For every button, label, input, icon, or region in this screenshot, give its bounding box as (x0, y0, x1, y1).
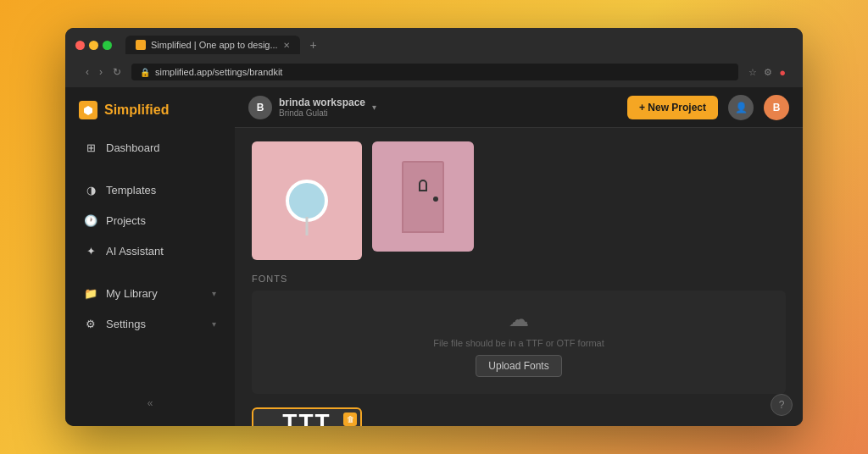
tab-title: Simplified | One app to desig... (151, 40, 278, 50)
library-icon: 📁 (84, 286, 97, 300)
brandkit-content: FONTS ☁ File file should be in a TTF or … (235, 128, 803, 426)
browser-chrome: Simplified | One app to desig... ✕ + ‹ ›… (65, 28, 803, 87)
lollipop-graphic (286, 180, 328, 222)
tab-favicon (136, 40, 146, 50)
workspace-info: brinda workspace Brinda Gulati (279, 97, 365, 118)
browser-window: Simplified | One app to desig... ✕ + ‹ ›… (65, 28, 803, 426)
sidebar-item-templates[interactable]: ◑ Templates (70, 175, 230, 204)
browser-top-bar: Simplified | One app to desig... ✕ + (75, 35, 793, 55)
main-content: FONTS ☁ File file should be in a TTF or … (235, 128, 803, 426)
brand-image-lollipop (252, 141, 362, 260)
minimize-dot[interactable] (89, 41, 98, 50)
brand-images-row (252, 141, 786, 260)
logo-text: Simplified (104, 102, 169, 118)
fonts-section-label: FONTS (252, 274, 786, 284)
sidebar: Simplified ⊞ Dashboard ◑ Templates 🕐 Pro… (65, 87, 235, 426)
lock-icon: 🔒 (140, 68, 150, 77)
close-dot[interactable] (75, 41, 85, 50)
tab-close-btn[interactable]: ✕ (283, 41, 290, 50)
workspace-selector[interactable]: B brinda workspace Brinda Gulati ▾ (248, 96, 376, 119)
upload-cloud-icon: ☁ (509, 307, 529, 331)
sidebar-item-label: Projects (106, 214, 146, 227)
address-bar-actions: ☆ ⚙ ● (748, 66, 786, 79)
chevron-down-icon: ▾ (212, 289, 216, 298)
logo-icon (79, 101, 97, 119)
sidebar-item-projects[interactable]: 🕐 Projects (70, 206, 230, 235)
sidebar-item-my-library[interactable]: 📁 My Library ▾ (70, 279, 230, 307)
tab-bar: Simplified | One app to desig... ✕ + (125, 35, 324, 55)
dashboard-icon: ⊞ (84, 141, 97, 154)
sidebar-item-dashboard[interactable]: ⊞ Dashboard (70, 133, 230, 162)
refresh-button[interactable]: ↻ (109, 64, 125, 80)
ttt-label: TTT (282, 409, 331, 426)
settings-icon: ⚙ (84, 317, 97, 330)
workspace-name: brinda workspace (279, 97, 365, 108)
sidebar-item-ai-assistant[interactable]: ✦ AI Assistant (70, 236, 230, 265)
url-text: simplified.app/settings/brandkit (155, 67, 282, 77)
ai-icon: ✦ (84, 244, 97, 257)
door-graphic (402, 161, 444, 233)
sidebar-item-label: Dashboard (106, 141, 160, 154)
sidebar-item-label: Templates (106, 184, 156, 197)
sidebar-nav: ⊞ Dashboard ◑ Templates 🕐 Projects ✦ AI … (65, 133, 235, 390)
app-layout: Simplified ⊞ Dashboard ◑ Templates 🕐 Pro… (65, 87, 803, 426)
brand-image-door (372, 141, 474, 252)
font-ttt-card[interactable]: TTT 🗑 (252, 407, 362, 426)
chevron-down-icon-settings: ▾ (212, 319, 216, 329)
sidebar-item-label: AI Assistant (106, 245, 164, 257)
workspace-chevron-icon: ▾ (372, 102, 376, 112)
address-bar[interactable]: 🔒 simplified.app/settings/brandkit (131, 64, 738, 80)
sidebar-logo: Simplified (65, 97, 235, 133)
traffic-lights (75, 41, 112, 50)
collapse-sidebar-button[interactable]: « (147, 397, 153, 409)
extensions-icon[interactable]: ⚙ (764, 67, 772, 78)
help-icon: ? (779, 399, 785, 411)
trash-icon: 🗑 (347, 415, 354, 424)
back-button[interactable]: ‹ (82, 64, 92, 80)
more-icon[interactable]: ● (779, 66, 786, 79)
sidebar-item-settings[interactable]: ⚙ Settings ▾ (70, 309, 230, 338)
content-area: B brinda workspace Brinda Gulati ▾ + New… (235, 87, 803, 426)
sidebar-item-label: Settings (106, 318, 146, 330)
delete-font-button[interactable]: 🗑 (343, 412, 357, 426)
help-button[interactable]: ? (771, 394, 793, 416)
templates-icon: ◑ (84, 183, 97, 197)
fonts-section-wrapper: FONTS ☁ File file should be in a TTF or … (252, 274, 786, 394)
app-header: B brinda workspace Brinda Gulati ▾ + New… (235, 87, 803, 128)
browser-tab[interactable]: Simplified | One app to desig... ✕ (125, 36, 300, 54)
workspace-avatar: B (248, 96, 272, 119)
upload-fonts-button[interactable]: Upload Fonts (476, 355, 561, 377)
door-knob (433, 197, 438, 202)
workspace-user: Brinda Gulati (279, 108, 365, 118)
door-knocker (419, 180, 427, 191)
address-bar-row: ‹ › ↻ 🔒 simplified.app/settings/brandkit… (75, 60, 793, 87)
forward-button[interactable]: › (96, 64, 106, 80)
user-avatar[interactable]: B (764, 95, 789, 120)
sidebar-bottom: « (65, 390, 235, 416)
bookmark-icon[interactable]: ☆ (748, 67, 757, 78)
new-project-button[interactable]: + New Project (627, 96, 718, 119)
notifications-button[interactable]: 👤 (728, 95, 754, 120)
nav-buttons: ‹ › ↻ (82, 64, 125, 80)
projects-icon: 🕐 (84, 213, 97, 227)
new-tab-button[interactable]: + (303, 35, 324, 55)
fonts-upload-area: ☁ File file should be in a TTF or OTF fo… (252, 291, 786, 394)
upload-hint-text: File file should be in a TTF or OTF form… (433, 338, 604, 348)
fullscreen-dot[interactable] (103, 41, 112, 50)
sidebar-item-label: My Library (106, 287, 158, 300)
